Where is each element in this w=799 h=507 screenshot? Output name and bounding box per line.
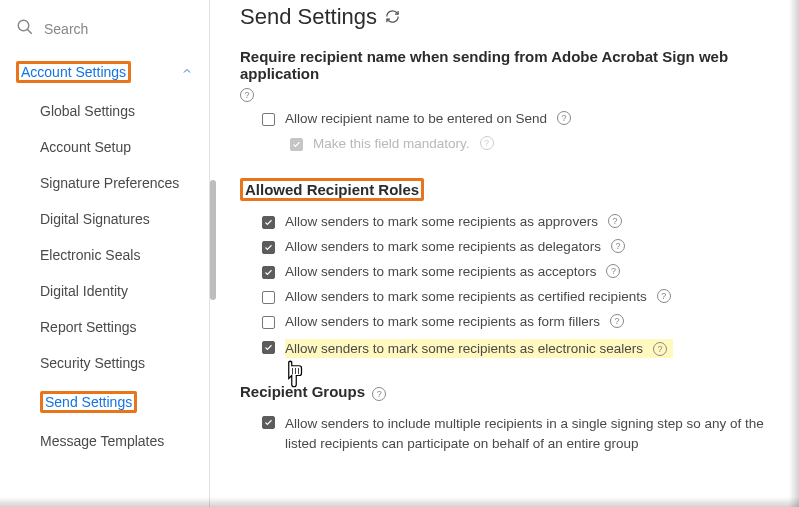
page-title: Send Settings (240, 4, 779, 30)
opt-make-mandatory-label: Make this field mandatory. (313, 136, 470, 151)
scrollbar-thumb[interactable] (210, 180, 216, 300)
checkbox-allow-recipient-name[interactable] (262, 113, 275, 126)
checkbox-delegators[interactable] (262, 241, 275, 254)
opt-recipient-groups-label: Allow senders to include multiple recipi… (285, 414, 779, 453)
nav-account-settings[interactable]: Account Settings (0, 51, 209, 93)
page-title-text: Send Settings (240, 4, 377, 30)
allowed-roles-heading: Allowed Recipient Roles (245, 181, 419, 198)
opt-certified: Allow senders to mark some recipients as… (240, 284, 779, 309)
checkbox-make-mandatory (290, 138, 303, 151)
checkbox-certified[interactable] (262, 291, 275, 304)
nav-account-setup[interactable]: Account Setup (0, 129, 209, 165)
opt-recipient-groups: Allow senders to include multiple recipi… (240, 409, 779, 458)
help-icon[interactable]: ? (606, 264, 620, 278)
opt-certified-label: Allow senders to mark some recipients as… (285, 289, 647, 304)
sidebar: Search Account Settings Global Settings … (0, 0, 210, 507)
chevron-up-icon (181, 64, 193, 80)
opt-allow-recipient-name-label: Allow recipient name to be entered on Se… (285, 111, 547, 126)
refresh-icon[interactable] (385, 4, 400, 30)
search-icon (16, 18, 34, 39)
checkbox-acceptors[interactable] (262, 266, 275, 279)
nav-digital-identity[interactable]: Digital Identity (0, 273, 209, 309)
checkbox-form-fillers[interactable] (262, 316, 275, 329)
nav-global-settings[interactable]: Global Settings (0, 93, 209, 129)
opt-acceptors: Allow senders to mark some recipients as… (240, 259, 779, 284)
help-icon[interactable]: ? (610, 314, 624, 328)
checkbox-recipient-groups[interactable] (262, 416, 275, 429)
nav-message-templates[interactable]: Message Templates (0, 423, 209, 459)
require-name-heading-text: Require recipient name when sending from… (240, 48, 779, 82)
opt-electronic-sealers: Allow senders to mark some recipients as… (240, 334, 779, 363)
nav-digital-signatures[interactable]: Digital Signatures (0, 201, 209, 237)
checkbox-approvers[interactable] (262, 216, 275, 229)
require-name-heading: Require recipient name when sending from… (240, 48, 779, 82)
opt-delegators-label: Allow senders to mark some recipients as… (285, 239, 601, 254)
nav-signature-preferences[interactable]: Signature Preferences (0, 165, 209, 201)
svg-point-0 (18, 20, 29, 31)
help-icon: ? (480, 136, 494, 150)
svg-line-1 (27, 29, 32, 34)
help-icon[interactable]: ? (240, 88, 254, 102)
opt-form-fillers-label: Allow senders to mark some recipients as… (285, 314, 600, 329)
opt-delegators: Allow senders to mark some recipients as… (240, 234, 779, 259)
search-field[interactable]: Search (0, 10, 209, 51)
nav-send-settings-label: Send Settings (45, 394, 132, 410)
help-icon[interactable]: ? (653, 342, 667, 356)
recipient-groups-heading: Recipient Groups (240, 383, 365, 400)
opt-acceptors-label: Allow senders to mark some recipients as… (285, 264, 596, 279)
nav-electronic-seals[interactable]: Electronic Seals (0, 237, 209, 273)
help-icon[interactable]: ? (557, 111, 571, 125)
help-icon[interactable]: ? (372, 387, 386, 401)
help-icon[interactable]: ? (611, 239, 625, 253)
opt-electronic-sealers-label: Allow senders to mark some recipients as… (285, 341, 643, 356)
main-panel: Send Settings Require recipient name whe… (210, 0, 799, 507)
nav-send-settings[interactable]: Send Settings (0, 381, 209, 423)
search-placeholder: Search (44, 21, 88, 37)
help-icon[interactable]: ? (657, 289, 671, 303)
nav-parent-label: Account Settings (21, 64, 126, 80)
opt-allow-recipient-name: Allow recipient name to be entered on Se… (240, 106, 779, 131)
opt-form-fillers: Allow senders to mark some recipients as… (240, 309, 779, 334)
help-icon[interactable]: ? (608, 214, 622, 228)
nav-report-settings[interactable]: Report Settings (0, 309, 209, 345)
opt-approvers: Allow senders to mark some recipients as… (240, 209, 779, 234)
nav-security-settings[interactable]: Security Settings (0, 345, 209, 381)
checkbox-electronic-sealers[interactable] (262, 341, 275, 354)
opt-make-mandatory: Make this field mandatory. ? (240, 131, 779, 156)
opt-approvers-label: Allow senders to mark some recipients as… (285, 214, 598, 229)
